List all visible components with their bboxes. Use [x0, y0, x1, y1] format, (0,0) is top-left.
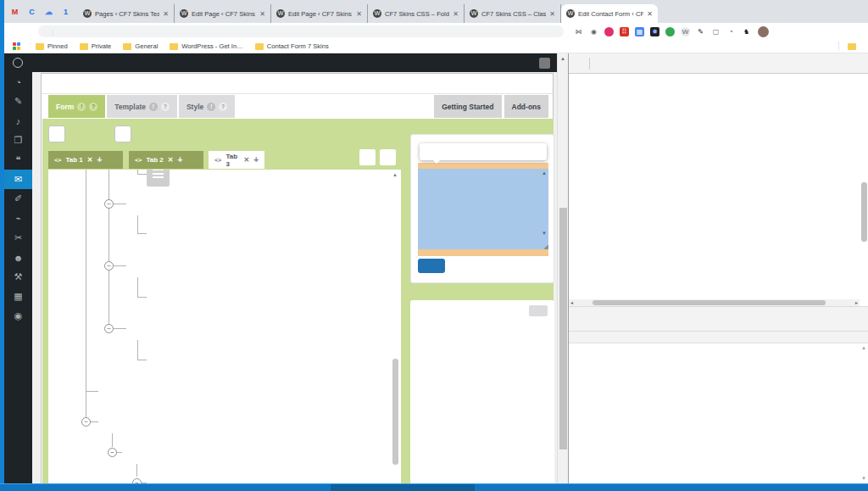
- bookmark-folder[interactable]: Contact Form 7 Skins: [255, 42, 329, 50]
- bookmarks-bar: PinnedPrivateGeneralWordPress - Get In…C…: [4, 40, 868, 53]
- dom-horizontal-scrollbar[interactable]: ◂ ▸: [569, 299, 860, 306]
- tab-close-icon[interactable]: ✕: [453, 10, 459, 18]
- scroll-up-icon[interactable]: ▲: [392, 172, 398, 177]
- browser-tab[interactable]: WEdit Page ‹ CF7 Skins Team —✕: [271, 4, 368, 23]
- scrollbar-thumb[interactable]: [559, 208, 567, 449]
- tabs-next-arrow[interactable]: [380, 149, 396, 165]
- sidebar-item[interactable]: ⌁: [4, 209, 32, 228]
- sidebar-item[interactable]: ◔: [4, 72, 32, 92]
- extension-icon[interactable]: ◔: [726, 27, 736, 36]
- tab-close-icon[interactable]: ✕: [647, 10, 653, 18]
- chrome-icon[interactable]: C: [26, 7, 37, 18]
- scrollbar-thumb[interactable]: [392, 359, 398, 465]
- tab-style[interactable]: Style!?: [179, 95, 235, 118]
- gmail-icon[interactable]: M: [9, 7, 20, 18]
- form-tab[interactable]: <>Tab 1✕+: [48, 151, 123, 169]
- browser-tab[interactable]: WCF7 Skins CSS – Folders & Fil…✕: [368, 4, 465, 23]
- tree-collapse-node[interactable]: −: [104, 261, 114, 271]
- browser-tab[interactable]: WEdit Contact Form ‹ CF7 Skins✕: [561, 4, 658, 23]
- folder-icon: [80, 43, 88, 50]
- scroll-down-icon[interactable]: ▼: [542, 231, 547, 236]
- extension-icon[interactable]: ▦: [635, 27, 644, 36]
- sidebar-item[interactable]: ✐: [4, 189, 32, 209]
- calendar-icon[interactable]: 1: [60, 7, 71, 18]
- apps-grid-icon[interactable]: [13, 42, 20, 50]
- wordpress-logo-icon[interactable]: [13, 58, 23, 68]
- browser-tab[interactable]: WEdit Page ‹ CF7 Skins Team —✕: [175, 4, 271, 23]
- tab-add-icon[interactable]: +: [97, 155, 102, 165]
- sidebar-item[interactable]: ❝: [4, 150, 32, 170]
- scroll-up-icon[interactable]: ▲: [861, 345, 866, 350]
- tree-connector: [137, 233, 147, 234]
- extension-icon[interactable]: [604, 27, 614, 36]
- tree-collapse-node[interactable]: −: [81, 417, 91, 427]
- drive-icon[interactable]: ☁: [43, 7, 54, 18]
- tree-collapse-node[interactable]: −: [108, 448, 117, 457]
- scroll-right-icon[interactable]: ▸: [855, 299, 858, 305]
- profile-avatar[interactable]: [758, 26, 769, 37]
- tabs-prev-arrow[interactable]: [359, 149, 376, 165]
- tree-collapse-node[interactable]: −: [104, 199, 114, 209]
- extension-icon[interactable]: ◉: [589, 27, 598, 36]
- extension-icon[interactable]: ▢: [711, 27, 721, 36]
- windows-taskbar[interactable]: [0, 483, 868, 491]
- resize-grip-icon[interactable]: ◢: [544, 243, 548, 249]
- sidebar-item[interactable]: ❐: [4, 131, 32, 150]
- extension-icon[interactable]: [665, 27, 675, 36]
- form-options-button[interactable]: [114, 126, 131, 142]
- tab-add-icon[interactable]: +: [177, 155, 182, 165]
- tab-close-icon[interactable]: ✕: [168, 156, 174, 164]
- tab-close-icon[interactable]: ✕: [163, 10, 169, 18]
- user-avatar[interactable]: [539, 58, 550, 69]
- url-input[interactable]: |: [38, 25, 564, 37]
- help-button[interactable]: [529, 305, 548, 316]
- extension-icon[interactable]: W: [681, 27, 690, 36]
- scrollbar-thumb[interactable]: [593, 300, 826, 305]
- extension-icon[interactable]: ♞: [742, 27, 751, 36]
- sidebar-item[interactable]: ✎: [4, 92, 32, 111]
- bookmark-folder[interactable]: General: [123, 42, 158, 50]
- scroll-up-icon[interactable]: ▲: [560, 56, 565, 61]
- visual-content-textarea[interactable]: ▲ ▼ ◢: [418, 169, 548, 249]
- sidebar-item[interactable]: ⚒: [4, 267, 32, 287]
- extension-icon[interactable]: ⋈: [574, 27, 583, 36]
- tab-add-icon[interactable]: +: [253, 155, 259, 165]
- sidebar-item[interactable]: ✉: [4, 170, 32, 189]
- extension-icon[interactable]: ✸: [650, 27, 659, 36]
- browser-tab[interactable]: WPages ‹ CF7 Skins Team — W…✕: [78, 4, 175, 23]
- scroll-down-icon[interactable]: ▼: [861, 476, 866, 481]
- sidebar-item[interactable]: ♪: [4, 111, 32, 131]
- tab-close-icon[interactable]: ✕: [549, 10, 555, 18]
- tab-close-icon[interactable]: ✕: [259, 10, 265, 18]
- tab-close-icon[interactable]: ✕: [87, 156, 93, 164]
- taskbar-active-app[interactable]: [331, 484, 475, 491]
- bookmark-folder[interactable]: Pinned: [36, 42, 68, 50]
- scroll-left-icon[interactable]: ◂: [570, 299, 573, 305]
- other-bookmarks[interactable]: [838, 42, 868, 51]
- bookmark-folder[interactable]: WordPress - Get In…: [170, 42, 242, 50]
- tab-template[interactable]: Template!?: [107, 95, 177, 118]
- form-tab[interactable]: <>Tab 2✕+: [129, 151, 203, 169]
- sidebar-item[interactable]: ✂: [4, 228, 32, 248]
- drag-handle-icon[interactable]: [147, 170, 170, 187]
- tab-getting-started[interactable]: Getting Started: [434, 95, 501, 118]
- form-tab[interactable]: <>Tab 3✕+: [209, 151, 264, 169]
- extension-icon[interactable]: ✎: [696, 27, 705, 36]
- sidebar-item[interactable]: ▦: [4, 287, 32, 306]
- browser-tab[interactable]: WCF7 Skins CSS – Classes | CF7✕: [465, 4, 561, 23]
- tab-add-ons[interactable]: Add-ons: [504, 95, 548, 118]
- sidebar-item[interactable]: ☻: [4, 248, 32, 267]
- scroll-up-icon[interactable]: ▲: [542, 170, 547, 176]
- sidebar-item[interactable]: ◉: [4, 306, 32, 326]
- page-scrollbar[interactable]: ▲: [557, 53, 568, 483]
- tree-scrollbar[interactable]: ▲: [391, 170, 400, 483]
- visual-data-button[interactable]: [48, 126, 65, 142]
- tree-collapse-node[interactable]: −: [104, 324, 114, 333]
- done-button[interactable]: [418, 259, 445, 273]
- bookmark-folder[interactable]: Private: [80, 42, 112, 50]
- tab-close-icon[interactable]: ✕: [243, 156, 249, 164]
- tab-close-icon[interactable]: ✕: [356, 10, 362, 18]
- tab-form[interactable]: Form!?: [48, 95, 105, 118]
- extension-icon[interactable]: ⠿: [620, 27, 629, 36]
- dom-scrollbar-thumb[interactable]: [861, 182, 867, 242]
